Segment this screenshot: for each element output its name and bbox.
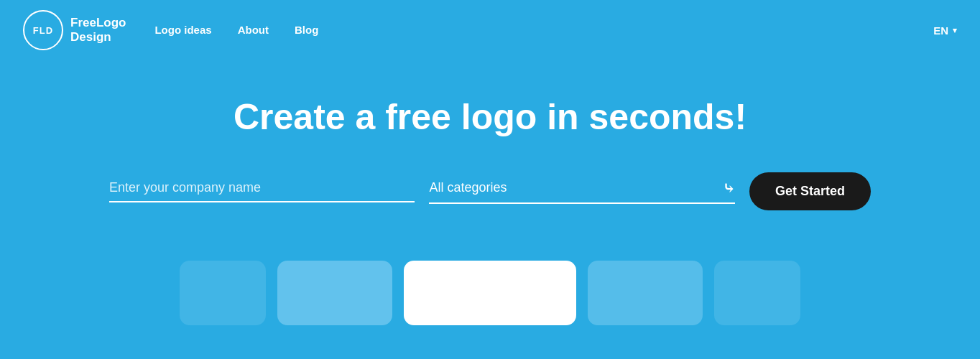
nav-link-blog[interactable]: Blog	[295, 24, 318, 36]
nav-links: Logo ideas About Blog	[154, 24, 933, 37]
logo-card-1	[180, 261, 266, 325]
logo-card-4	[588, 261, 703, 325]
company-name-field-wrapper	[109, 180, 415, 202]
nav-link-about[interactable]: About	[238, 24, 269, 36]
logo-card-2	[277, 261, 392, 325]
logo-text: FreeLogo Design	[70, 16, 126, 45]
chevron-down-icon: ⤷	[723, 180, 735, 197]
company-name-input[interactable]	[109, 180, 415, 195]
logo-card-5	[714, 261, 800, 325]
category-label: All categories	[429, 180, 507, 195]
nav-link-logo-ideas[interactable]: Logo ideas	[154, 24, 211, 36]
logo-circle: FLD	[23, 10, 63, 50]
site-logo[interactable]: FLD FreeLogo Design	[23, 10, 126, 50]
category-select[interactable]: All categories ⤷	[429, 180, 734, 204]
hero-title: Create a free logo in seconds!	[234, 96, 746, 138]
search-bar: All categories ⤷ Get Started	[109, 172, 871, 210]
language-label: EN	[933, 24, 948, 37]
get-started-button[interactable]: Get Started	[749, 172, 871, 210]
logo-card-3	[404, 261, 576, 325]
navbar: FLD FreeLogo Design Logo ideas About Blo…	[0, 0, 980, 60]
language-selector[interactable]: EN ▾	[933, 24, 957, 37]
hero-section: Create a free logo in seconds! All categ…	[0, 60, 980, 232]
logo-cards-preview	[0, 232, 980, 325]
chevron-down-icon: ▾	[953, 26, 957, 35]
